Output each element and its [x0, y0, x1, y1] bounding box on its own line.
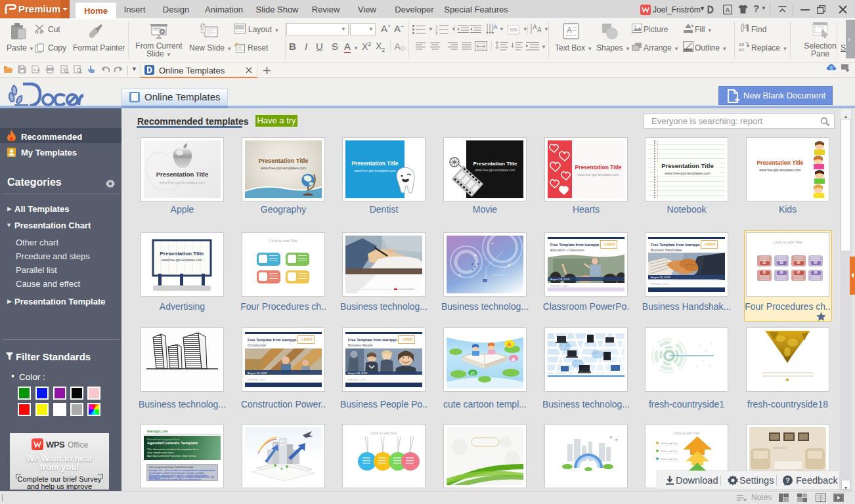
svg-text:ac: ac: [739, 47, 744, 52]
svg-text:ab: ab: [739, 42, 744, 47]
svg-text:Click to edit Text: Click to edit Text: [661, 450, 677, 453]
svg-text:Click to edit Text: Click to edit Text: [661, 442, 677, 445]
svg-text:A: A: [567, 26, 572, 35]
svg-text:A: A: [493, 24, 498, 30]
svg-text:3: 3: [435, 32, 438, 35]
svg-text:L: L: [831, 66, 833, 70]
svg-text:B: B: [512, 356, 515, 362]
svg-text:A: A: [533, 24, 537, 31]
svg-text:C: C: [471, 371, 475, 377]
svg-text:A: A: [507, 341, 512, 348]
svg-text:Click to edit Text: Click to edit Text: [661, 458, 677, 461]
svg-text:?: ?: [785, 477, 789, 484]
svg-text:A: A: [726, 7, 730, 13]
svg-text:A: A: [537, 26, 542, 33]
